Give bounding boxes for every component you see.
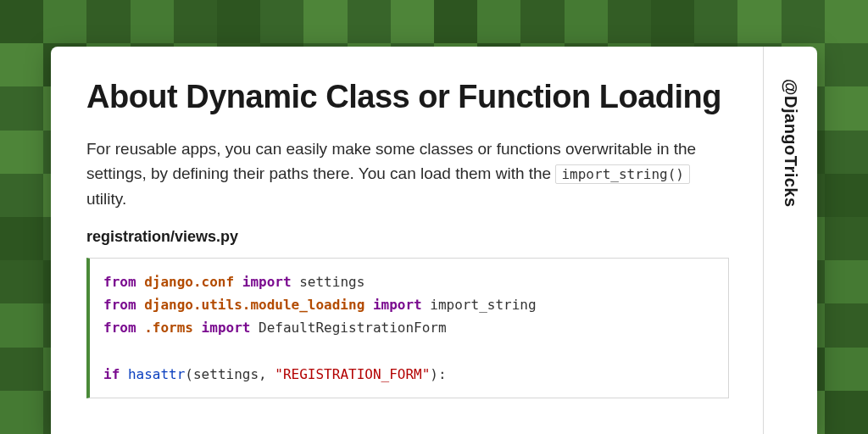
content-card: About Dynamic Class or Function Loading …: [51, 47, 817, 434]
intro-paragraph: For reusable apps, you can easily make s…: [86, 136, 729, 211]
intro-text-2: utility.: [86, 190, 126, 208]
code-block: from django.conf import settings from dj…: [86, 258, 729, 398]
inline-code: import_string(): [555, 164, 690, 184]
code-filename: registration/views.py: [86, 228, 729, 246]
sidebar: @DjangoTricks: [763, 47, 817, 434]
main-content: About Dynamic Class or Function Loading …: [51, 47, 763, 434]
twitter-handle: @DjangoTricks: [781, 79, 800, 208]
page-title: About Dynamic Class or Function Loading: [86, 79, 729, 116]
